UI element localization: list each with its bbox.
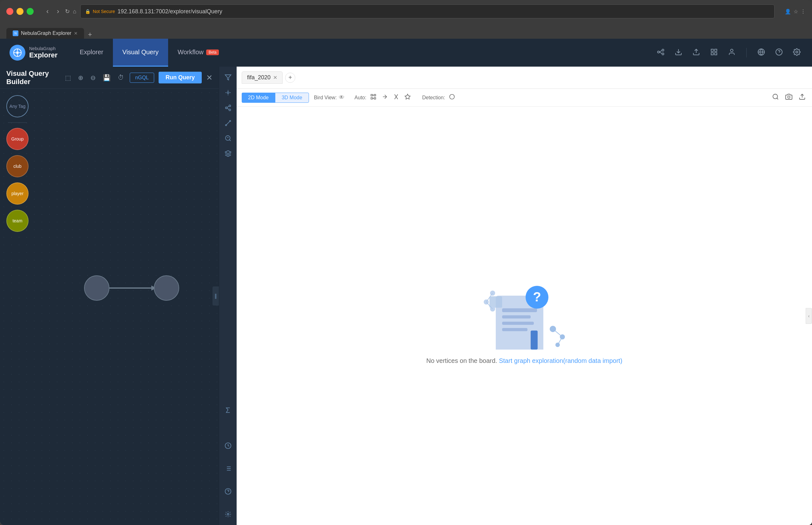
zoom-out-button[interactable]: ⊖ [89, 73, 97, 83]
svg-point-17 [731, 49, 733, 52]
import-icon[interactable] [673, 46, 684, 59]
settings-icon-btn[interactable] [221, 507, 235, 521]
history-button[interactable]: ⏱ [116, 73, 125, 82]
graph-tab[interactable]: fifa_2020 ✕ [242, 71, 283, 84]
graph-node-left[interactable] [84, 275, 109, 301]
list-icon-btn[interactable] [221, 462, 235, 476]
svg-line-72 [553, 329, 562, 337]
bookmark-icon[interactable]: ☆ [794, 9, 798, 15]
graph-schema-icon[interactable] [655, 46, 666, 59]
close-vqb-button[interactable]: ✕ [206, 73, 212, 82]
sigma-icon-btn[interactable] [221, 403, 235, 417]
help-icon[interactable] [773, 46, 785, 59]
mode-3d-button[interactable]: 3D Mode [275, 93, 309, 103]
canvas-background [0, 89, 219, 525]
security-label: Not Secure [93, 9, 115, 14]
3d-icon-btn[interactable] [221, 147, 235, 161]
collapse-handle[interactable]: ‖ [212, 286, 219, 305]
upload-toolbar-button[interactable] [797, 92, 807, 103]
svg-rect-52 [374, 98, 376, 99]
svg-point-30 [225, 107, 227, 109]
svg-point-35 [229, 121, 230, 122]
tab-close-icon[interactable]: ✕ [74, 31, 78, 36]
bird-view-eye-icon[interactable]: 👁 [339, 94, 344, 101]
svg-rect-15 [715, 52, 717, 55]
svg-point-8 [662, 53, 664, 55]
bird-view-label: Bird View: [314, 95, 337, 101]
select-tool-button[interactable]: ⬚ [64, 73, 72, 83]
save-button[interactable]: 💾 [102, 73, 112, 83]
security-icon: 🔒 [85, 9, 90, 14]
right-collapse-button[interactable]: ‹ [806, 308, 812, 324]
share-icon-btn[interactable] [221, 101, 235, 115]
traffic-light-green[interactable] [27, 8, 34, 15]
svg-rect-50 [374, 94, 376, 96]
settings-icon[interactable] [791, 46, 802, 59]
history-icon-btn[interactable] [221, 439, 235, 453]
address-bar[interactable]: 🔒 Not Secure 192.168.8.131:7002/explorer… [80, 4, 775, 18]
svg-rect-49 [371, 94, 372, 96]
help-icon-btn[interactable] [221, 484, 235, 498]
refresh-button[interactable]: ↻ [65, 8, 70, 15]
left-panel: Visual Query Builder ⬚ ⊕ ⊖ 💾 ⏱ nGQL Run … [0, 66, 219, 525]
vqb-canvas[interactable]: Any Tag Group club player t [0, 89, 219, 525]
svg-rect-65 [502, 328, 527, 331]
auto-expand-btn[interactable] [380, 92, 389, 103]
address-text: 192.168.8.131:7002/explorer/visualQuery [118, 8, 770, 15]
logo-area: NebulaGraph Explorer [10, 45, 57, 61]
auto-pin-btn[interactable] [403, 92, 412, 103]
auto-layout-btn[interactable] [369, 92, 378, 103]
svg-rect-62 [502, 308, 537, 312]
expand-icon-btn[interactable] [221, 86, 235, 100]
tag-group[interactable]: Group [6, 128, 29, 150]
nav-item-explorer[interactable]: Explorer [70, 39, 112, 66]
empty-state-svg: ? [467, 267, 582, 349]
beta-badge: Beta [206, 49, 219, 55]
auto-trim-btn[interactable] [392, 92, 401, 103]
export-icon[interactable] [691, 46, 702, 59]
traffic-light-red[interactable] [6, 8, 13, 15]
mode-2d-button[interactable]: 2D Mode [242, 93, 275, 103]
ngql-button[interactable]: nGQL [130, 73, 154, 83]
svg-point-6 [658, 51, 659, 53]
forward-button[interactable]: › [54, 6, 62, 17]
globe-icon[interactable] [755, 46, 767, 59]
active-tab[interactable]: N NebulaGraph Explorer ✕ [6, 28, 84, 39]
profile-icon[interactable]: 👤 [785, 9, 791, 15]
start-exploration-link[interactable]: Start graph exploration(random data impo… [499, 357, 622, 364]
detection-circle-btn[interactable] [448, 92, 456, 103]
tag-any-tag[interactable]: Any Tag [6, 95, 29, 117]
right-panel-header: fifa_2020 ✕ + [237, 66, 812, 89]
layout-icon[interactable] [708, 46, 720, 59]
search-toolbar-button[interactable] [771, 92, 780, 103]
svg-rect-51 [371, 98, 372, 99]
empty-state-text: No vertices on the board. Start graph ex… [426, 357, 622, 364]
svg-rect-66 [531, 331, 538, 349]
connect-icon-btn[interactable] [221, 116, 235, 130]
tag-club[interactable]: club [6, 155, 29, 177]
nav-item-visual-query[interactable]: Visual Query [113, 39, 168, 66]
tag-team[interactable]: team [6, 210, 29, 232]
filter-icon-btn[interactable] [221, 71, 235, 85]
icon-bar [219, 66, 237, 525]
home-button[interactable]: ⌂ [73, 8, 76, 15]
nav-item-workflow[interactable]: Workflow Beta [168, 39, 229, 66]
tag-player[interactable]: player [6, 182, 29, 205]
add-graph-tab-button[interactable]: + [285, 73, 295, 83]
search-expand-icon-btn[interactable] [221, 131, 235, 145]
screenshot-toolbar-button[interactable] [784, 92, 794, 103]
user-icon[interactable] [726, 46, 737, 59]
graph-tab-close[interactable]: ✕ [273, 75, 277, 80]
menu-icon[interactable]: ⋮ [801, 9, 806, 15]
traffic-light-yellow[interactable] [16, 8, 24, 15]
vqb-header: Visual Query Builder ⬚ ⊕ ⊖ 💾 ⏱ nGQL Run … [0, 66, 219, 89]
svg-line-10 [659, 52, 662, 54]
detection-label: Detection: [422, 95, 445, 101]
svg-point-29 [229, 105, 230, 107]
zoom-in-button[interactable]: ⊕ [77, 73, 85, 83]
new-tab-button[interactable]: + [88, 30, 92, 39]
svg-rect-74 [490, 296, 502, 308]
back-button[interactable]: ‹ [44, 6, 51, 17]
run-query-button[interactable]: Run Query [159, 72, 202, 84]
graph-node-right[interactable] [154, 275, 179, 301]
